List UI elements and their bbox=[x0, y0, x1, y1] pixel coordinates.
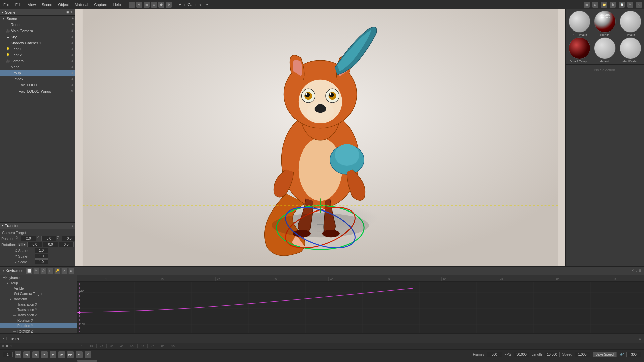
menu-file[interactable]: File bbox=[2, 2, 11, 7]
camera-dropdown-arrow[interactable]: ▼ bbox=[205, 3, 209, 6]
menu-material[interactable]: Material bbox=[73, 2, 89, 7]
rotation-step-up[interactable]: ▴ bbox=[18, 243, 22, 246]
material-item-credits[interactable]: CREDITSCREDITS Credits bbox=[592, 11, 617, 37]
play-back-btn[interactable]: ◀ bbox=[32, 351, 39, 358]
x-scale-input[interactable] bbox=[35, 248, 48, 253]
stop-btn[interactable]: ■ bbox=[41, 351, 48, 358]
toolbar-icon-5[interactable]: ⬟ bbox=[158, 2, 164, 8]
scrollbar-thumb[interactable] bbox=[77, 360, 97, 362]
scene-tree-item-main-camera[interactable]: 🎥Main Camera👁 bbox=[0, 28, 75, 34]
material-item-01-default[interactable]: 01 - Default bbox=[567, 11, 592, 37]
tree-item-eye-fivfox[interactable]: 👁 bbox=[71, 77, 74, 81]
timeline-collapse-icon[interactable]: ▾ bbox=[3, 337, 4, 340]
transform-icon[interactable]: ↕ bbox=[72, 224, 73, 227]
tree-item-eye-light2[interactable]: 👁 bbox=[71, 53, 74, 57]
tree-item-eye-fox-lod01-wings[interactable]: 👁 bbox=[71, 89, 74, 93]
kf-tool-btn-1[interactable]: ⬜ bbox=[26, 268, 32, 274]
tree-item-eye-render[interactable]: 👁 bbox=[71, 23, 74, 26]
kf-close-btn[interactable]: ✕ bbox=[631, 269, 634, 273]
material-item-default[interactable]: Default bbox=[618, 11, 643, 37]
tree-item-eye-fox-lod01[interactable]: 👁 bbox=[71, 83, 74, 87]
nav-icon-2[interactable]: ⊡ bbox=[592, 2, 598, 8]
nav-icon-1[interactable]: ⊞ bbox=[584, 2, 590, 8]
tree-item-eye-sky[interactable]: 👁 bbox=[71, 35, 74, 39]
kf-tool-btn-7[interactable]: ⊞ bbox=[68, 268, 74, 274]
tree-item-eye-plane[interactable]: 👁 bbox=[71, 65, 74, 69]
loop-btn[interactable]: ↺ bbox=[85, 351, 91, 358]
current-frame-input[interactable] bbox=[3, 352, 13, 357]
material-item-default2[interactable]: default bbox=[592, 37, 617, 63]
scene-tree-item-light2[interactable]: 💡Light 2👁 bbox=[0, 52, 75, 58]
bake-speed-btn[interactable]: Bake Speed bbox=[593, 352, 617, 357]
prev-frame-btn[interactable]: ◀| bbox=[23, 351, 30, 358]
toolbar-icon-3[interactable]: ⊞ bbox=[144, 2, 150, 8]
frames-input[interactable] bbox=[487, 352, 502, 357]
play-btn[interactable]: ▶ bbox=[50, 351, 56, 358]
tree-item-eye-scene[interactable]: 👁 bbox=[71, 17, 74, 20]
end-btn[interactable]: ▶| bbox=[76, 351, 83, 358]
menu-object[interactable]: Object bbox=[57, 2, 70, 7]
kf-list-item-kf-visible[interactable]: —Visible bbox=[0, 286, 77, 291]
nav-icon-7[interactable]: ✕ bbox=[636, 2, 642, 8]
nav-icon-4[interactable]: 🗑 bbox=[610, 2, 616, 8]
kf-tool-btn-2[interactable]: ✎ bbox=[33, 268, 39, 274]
scene-tree-item-sky[interactable]: ☁Sky👁 bbox=[0, 34, 75, 40]
kf-list-item-kf-trans-y[interactable]: —Translation Y bbox=[0, 307, 77, 312]
kf-list-item-kf-rot-y[interactable]: —Rotation Y bbox=[0, 323, 77, 328]
menu-capture[interactable]: Capture bbox=[93, 2, 108, 7]
kf-list-item-kf-group[interactable]: ▾Group bbox=[0, 280, 77, 286]
tree-item-eye-light1[interactable]: 👁 bbox=[71, 47, 74, 51]
z-scale-input[interactable] bbox=[35, 259, 48, 264]
kf-list-item-kf-trans-x[interactable]: —Translation X bbox=[0, 302, 77, 307]
rotation-y-input[interactable] bbox=[43, 242, 58, 247]
key-prev-btn[interactable]: ◀◀ bbox=[15, 351, 21, 358]
scene-tree-item-fivfox[interactable]: fivfox👁 bbox=[0, 76, 75, 82]
nav-icon-6[interactable]: ✎ bbox=[627, 2, 633, 8]
nav-icon-3[interactable]: 📁 bbox=[601, 2, 607, 8]
scene-tree-item-group[interactable]: Group👁 bbox=[0, 70, 75, 76]
fps-input[interactable] bbox=[514, 352, 529, 357]
scene-tree-item-fox-lod01-wings[interactable]: Fox_LOD01_Wings👁 bbox=[0, 88, 75, 94]
rotation-step-down[interactable]: ▾ bbox=[22, 243, 26, 246]
scene-tree-item-camera1[interactable]: 🎥Camera 1👁 bbox=[0, 58, 75, 64]
scene-tree-item-fox-lod01[interactable]: Fox_LOD01👁 bbox=[0, 82, 75, 88]
scene-tree-item-render[interactable]: Render👁 bbox=[0, 22, 75, 28]
speed-input[interactable] bbox=[575, 352, 590, 357]
end-frame-input[interactable] bbox=[626, 352, 641, 357]
kf-list-item-kf-rot-x[interactable]: —Rotation X bbox=[0, 318, 77, 323]
position-y-input[interactable] bbox=[41, 236, 56, 241]
nav-icon-5[interactable]: 📋 bbox=[619, 2, 625, 8]
kf-list-item-kf-set-camera[interactable]: —Set Camera Target bbox=[0, 291, 77, 296]
menu-help[interactable]: Help bbox=[112, 2, 122, 7]
scene-icon-2[interactable]: ✎ bbox=[70, 11, 73, 14]
tree-item-eye-camera1[interactable]: 👁 bbox=[71, 59, 74, 63]
keyframes-collapse-icon[interactable]: ▾ bbox=[3, 269, 4, 273]
position-x-input[interactable] bbox=[21, 236, 36, 241]
length-input[interactable] bbox=[545, 352, 560, 357]
kf-list-item-kf-rot-z[interactable]: —Rotation Z bbox=[0, 328, 77, 333]
scene-tree-item-scene[interactable]: ▸Scene👁 bbox=[0, 16, 75, 22]
scene-tree-item-light1[interactable]: 💡Light 1👁 bbox=[0, 46, 75, 52]
scene-tree-item-plane[interactable]: plane👁 bbox=[0, 64, 75, 70]
position-z-input[interactable] bbox=[62, 236, 77, 241]
rotation-x-input[interactable] bbox=[27, 242, 42, 247]
transform-collapse-icon[interactable]: ▾ bbox=[2, 224, 4, 227]
material-item-dota2[interactable]: Dota 2 Temp... bbox=[567, 37, 592, 63]
menu-edit[interactable]: Edit bbox=[14, 2, 23, 7]
kf-expand-btn[interactable]: ⊞ bbox=[639, 269, 641, 273]
menu-scene[interactable]: Scene bbox=[40, 2, 53, 7]
kf-hash-btn[interactable]: # bbox=[635, 269, 637, 273]
tree-item-eye-group[interactable]: 👁 bbox=[71, 71, 74, 75]
kf-tool-btn-4[interactable]: ◻ bbox=[47, 268, 53, 274]
timeline-expand-icon[interactable]: ⊞ bbox=[639, 337, 641, 340]
viewport-canvas[interactable] bbox=[75, 9, 565, 266]
kf-tool-btn-3[interactable]: ⬡ bbox=[40, 268, 46, 274]
scene-icon-1[interactable]: ⊞ bbox=[66, 11, 69, 14]
scene-tree-item-shadow-catcher[interactable]: Shadow Catcher 1👁 bbox=[0, 40, 75, 46]
horizontal-scrollbar[interactable] bbox=[0, 359, 644, 362]
key-next-btn[interactable]: ▶▶ bbox=[67, 351, 74, 358]
toolbar-icon-4[interactable]: ⊞ bbox=[151, 2, 157, 8]
kf-graph-content[interactable]: 720 -270 bbox=[77, 282, 644, 333]
toolbar-icon-1[interactable]: ◻ bbox=[129, 2, 135, 8]
next-frame-btn[interactable]: |▶ bbox=[58, 351, 65, 358]
